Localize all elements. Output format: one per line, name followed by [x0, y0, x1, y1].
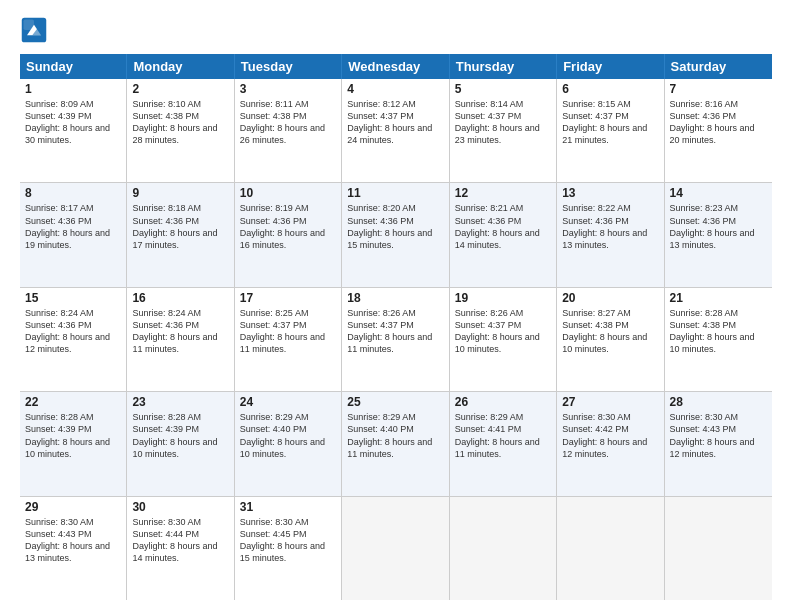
calendar-week-5: 29Sunrise: 8:30 AMSunset: 4:43 PMDayligh… — [20, 497, 772, 600]
day-number: 1 — [25, 82, 121, 96]
calendar-cell-day-14: 14Sunrise: 8:23 AMSunset: 4:36 PMDayligh… — [665, 183, 772, 286]
calendar-cell-day-16: 16Sunrise: 8:24 AMSunset: 4:36 PMDayligh… — [127, 288, 234, 391]
weekday-header-friday: Friday — [557, 54, 664, 79]
logo — [20, 16, 52, 44]
calendar-cell-day-6: 6Sunrise: 8:15 AMSunset: 4:37 PMDaylight… — [557, 79, 664, 182]
cell-info: Sunrise: 8:14 AMSunset: 4:37 PMDaylight:… — [455, 98, 551, 147]
cell-info: Sunrise: 8:30 AMSunset: 4:45 PMDaylight:… — [240, 516, 336, 565]
calendar-cell-day-18: 18Sunrise: 8:26 AMSunset: 4:37 PMDayligh… — [342, 288, 449, 391]
page: SundayMondayTuesdayWednesdayThursdayFrid… — [0, 0, 792, 612]
cell-info: Sunrise: 8:30 AMSunset: 4:43 PMDaylight:… — [670, 411, 767, 460]
cell-info: Sunrise: 8:22 AMSunset: 4:36 PMDaylight:… — [562, 202, 658, 251]
day-number: 17 — [240, 291, 336, 305]
svg-rect-3 — [24, 20, 35, 31]
day-number: 2 — [132, 82, 228, 96]
day-number: 27 — [562, 395, 658, 409]
day-number: 16 — [132, 291, 228, 305]
calendar-cell-empty — [342, 497, 449, 600]
weekday-header-thursday: Thursday — [450, 54, 557, 79]
calendar-cell-day-29: 29Sunrise: 8:30 AMSunset: 4:43 PMDayligh… — [20, 497, 127, 600]
calendar-cell-day-17: 17Sunrise: 8:25 AMSunset: 4:37 PMDayligh… — [235, 288, 342, 391]
cell-info: Sunrise: 8:09 AMSunset: 4:39 PMDaylight:… — [25, 98, 121, 147]
calendar-cell-day-13: 13Sunrise: 8:22 AMSunset: 4:36 PMDayligh… — [557, 183, 664, 286]
day-number: 18 — [347, 291, 443, 305]
calendar-cell-day-30: 30Sunrise: 8:30 AMSunset: 4:44 PMDayligh… — [127, 497, 234, 600]
cell-info: Sunrise: 8:11 AMSunset: 4:38 PMDaylight:… — [240, 98, 336, 147]
calendar-cell-day-26: 26Sunrise: 8:29 AMSunset: 4:41 PMDayligh… — [450, 392, 557, 495]
cell-info: Sunrise: 8:25 AMSunset: 4:37 PMDaylight:… — [240, 307, 336, 356]
cell-info: Sunrise: 8:23 AMSunset: 4:36 PMDaylight:… — [670, 202, 767, 251]
calendar-cell-day-20: 20Sunrise: 8:27 AMSunset: 4:38 PMDayligh… — [557, 288, 664, 391]
calendar-cell-day-21: 21Sunrise: 8:28 AMSunset: 4:38 PMDayligh… — [665, 288, 772, 391]
day-number: 5 — [455, 82, 551, 96]
calendar: SundayMondayTuesdayWednesdayThursdayFrid… — [20, 54, 772, 600]
cell-info: Sunrise: 8:10 AMSunset: 4:38 PMDaylight:… — [132, 98, 228, 147]
calendar-cell-day-19: 19Sunrise: 8:26 AMSunset: 4:37 PMDayligh… — [450, 288, 557, 391]
calendar-body: 1Sunrise: 8:09 AMSunset: 4:39 PMDaylight… — [20, 79, 772, 600]
calendar-cell-day-25: 25Sunrise: 8:29 AMSunset: 4:40 PMDayligh… — [342, 392, 449, 495]
calendar-cell-day-1: 1Sunrise: 8:09 AMSunset: 4:39 PMDaylight… — [20, 79, 127, 182]
day-number: 22 — [25, 395, 121, 409]
day-number: 3 — [240, 82, 336, 96]
day-number: 14 — [670, 186, 767, 200]
cell-info: Sunrise: 8:28 AMSunset: 4:39 PMDaylight:… — [25, 411, 121, 460]
cell-info: Sunrise: 8:26 AMSunset: 4:37 PMDaylight:… — [347, 307, 443, 356]
weekday-header-saturday: Saturday — [665, 54, 772, 79]
cell-info: Sunrise: 8:29 AMSunset: 4:41 PMDaylight:… — [455, 411, 551, 460]
calendar-cell-day-28: 28Sunrise: 8:30 AMSunset: 4:43 PMDayligh… — [665, 392, 772, 495]
cell-info: Sunrise: 8:28 AMSunset: 4:38 PMDaylight:… — [670, 307, 767, 356]
calendar-week-1: 1Sunrise: 8:09 AMSunset: 4:39 PMDaylight… — [20, 79, 772, 183]
day-number: 19 — [455, 291, 551, 305]
calendar-cell-day-3: 3Sunrise: 8:11 AMSunset: 4:38 PMDaylight… — [235, 79, 342, 182]
weekday-header-wednesday: Wednesday — [342, 54, 449, 79]
header — [20, 16, 772, 44]
calendar-cell-day-7: 7Sunrise: 8:16 AMSunset: 4:36 PMDaylight… — [665, 79, 772, 182]
day-number: 4 — [347, 82, 443, 96]
day-number: 13 — [562, 186, 658, 200]
cell-info: Sunrise: 8:15 AMSunset: 4:37 PMDaylight:… — [562, 98, 658, 147]
cell-info: Sunrise: 8:30 AMSunset: 4:43 PMDaylight:… — [25, 516, 121, 565]
calendar-cell-day-4: 4Sunrise: 8:12 AMSunset: 4:37 PMDaylight… — [342, 79, 449, 182]
day-number: 26 — [455, 395, 551, 409]
cell-info: Sunrise: 8:17 AMSunset: 4:36 PMDaylight:… — [25, 202, 121, 251]
cell-info: Sunrise: 8:21 AMSunset: 4:36 PMDaylight:… — [455, 202, 551, 251]
calendar-cell-day-12: 12Sunrise: 8:21 AMSunset: 4:36 PMDayligh… — [450, 183, 557, 286]
weekday-header-tuesday: Tuesday — [235, 54, 342, 79]
cell-info: Sunrise: 8:19 AMSunset: 4:36 PMDaylight:… — [240, 202, 336, 251]
day-number: 10 — [240, 186, 336, 200]
cell-info: Sunrise: 8:16 AMSunset: 4:36 PMDaylight:… — [670, 98, 767, 147]
calendar-cell-day-22: 22Sunrise: 8:28 AMSunset: 4:39 PMDayligh… — [20, 392, 127, 495]
calendar-week-3: 15Sunrise: 8:24 AMSunset: 4:36 PMDayligh… — [20, 288, 772, 392]
calendar-week-2: 8Sunrise: 8:17 AMSunset: 4:36 PMDaylight… — [20, 183, 772, 287]
day-number: 9 — [132, 186, 228, 200]
calendar-cell-day-10: 10Sunrise: 8:19 AMSunset: 4:36 PMDayligh… — [235, 183, 342, 286]
day-number: 25 — [347, 395, 443, 409]
weekday-header-sunday: Sunday — [20, 54, 127, 79]
cell-info: Sunrise: 8:27 AMSunset: 4:38 PMDaylight:… — [562, 307, 658, 356]
cell-info: Sunrise: 8:29 AMSunset: 4:40 PMDaylight:… — [347, 411, 443, 460]
cell-info: Sunrise: 8:24 AMSunset: 4:36 PMDaylight:… — [132, 307, 228, 356]
day-number: 6 — [562, 82, 658, 96]
cell-info: Sunrise: 8:20 AMSunset: 4:36 PMDaylight:… — [347, 202, 443, 251]
day-number: 24 — [240, 395, 336, 409]
day-number: 11 — [347, 186, 443, 200]
day-number: 23 — [132, 395, 228, 409]
calendar-cell-day-9: 9Sunrise: 8:18 AMSunset: 4:36 PMDaylight… — [127, 183, 234, 286]
calendar-cell-day-2: 2Sunrise: 8:10 AMSunset: 4:38 PMDaylight… — [127, 79, 234, 182]
calendar-cell-day-23: 23Sunrise: 8:28 AMSunset: 4:39 PMDayligh… — [127, 392, 234, 495]
calendar-cell-day-8: 8Sunrise: 8:17 AMSunset: 4:36 PMDaylight… — [20, 183, 127, 286]
cell-info: Sunrise: 8:12 AMSunset: 4:37 PMDaylight:… — [347, 98, 443, 147]
cell-info: Sunrise: 8:30 AMSunset: 4:44 PMDaylight:… — [132, 516, 228, 565]
calendar-cell-day-24: 24Sunrise: 8:29 AMSunset: 4:40 PMDayligh… — [235, 392, 342, 495]
logo-icon — [20, 16, 48, 44]
calendar-cell-day-31: 31Sunrise: 8:30 AMSunset: 4:45 PMDayligh… — [235, 497, 342, 600]
day-number: 30 — [132, 500, 228, 514]
calendar-cell-empty — [665, 497, 772, 600]
day-number: 28 — [670, 395, 767, 409]
day-number: 21 — [670, 291, 767, 305]
cell-info: Sunrise: 8:24 AMSunset: 4:36 PMDaylight:… — [25, 307, 121, 356]
calendar-header-row: SundayMondayTuesdayWednesdayThursdayFrid… — [20, 54, 772, 79]
cell-info: Sunrise: 8:29 AMSunset: 4:40 PMDaylight:… — [240, 411, 336, 460]
cell-info: Sunrise: 8:30 AMSunset: 4:42 PMDaylight:… — [562, 411, 658, 460]
day-number: 31 — [240, 500, 336, 514]
